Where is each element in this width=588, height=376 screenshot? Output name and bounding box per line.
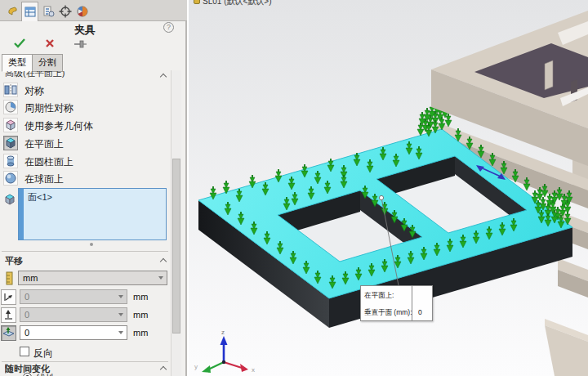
- graphics-viewport[interactable]: z x y SL01 (默认<默认>) 在平面上: 垂直于面 (mm): 0: [189, 0, 588, 376]
- divider: [2, 361, 168, 362]
- list-item-on-flat-face[interactable]: 在平面上: [3, 135, 167, 152]
- feature-tree-root[interactable]: SL01 (默认<默认>): [194, 0, 271, 7]
- translation-dir1-button[interactable]: [1, 289, 16, 305]
- panel-scrollbar[interactable]: [171, 70, 181, 376]
- list-item-on-spherical-face[interactable]: 在球面上: [3, 170, 167, 187]
- translation-dir2-input: 0: [20, 307, 127, 322]
- face-selection-icon: [3, 193, 16, 209]
- linear-radio[interactable]: [23, 373, 32, 376]
- group-header-time-variation[interactable]: 随时间变化: [5, 363, 160, 374]
- part-icon: [194, 0, 200, 4]
- chevron-down-icon: [118, 295, 123, 298]
- translation-normal-button[interactable]: [1, 325, 16, 341]
- callout-title: 在平面上:: [364, 291, 394, 301]
- panel-title: 夹具: [0, 23, 170, 38]
- chevron-down-icon: [118, 331, 123, 334]
- on-flat-face-icon: [3, 136, 18, 150]
- unit-label: mm: [133, 328, 148, 338]
- group-header-advanced[interactable]: 高级(在平面上): [5, 71, 160, 80]
- chevron-down-icon: [118, 313, 123, 316]
- chevron-down-icon: [158, 276, 163, 280]
- reverse-direction-checkbox[interactable]: [20, 347, 29, 356]
- y-axis-label: y: [194, 363, 198, 370]
- property-manager-icon[interactable]: [21, 2, 38, 21]
- property-manager-panel: 夹具 ? 类型 分割 高级(在平面上) 对称 周期性对称 使用参考几何体: [0, 0, 187, 376]
- list-item-use-reference-geometry[interactable]: 使用参考几何体: [3, 117, 167, 134]
- cyclic-symmetry-icon: [3, 100, 18, 114]
- reference-geometry-icon: [3, 118, 18, 132]
- display-sphere-icon[interactable]: [74, 2, 91, 21]
- callout-value[interactable]: 0: [418, 308, 422, 316]
- help-icon[interactable]: ?: [163, 22, 174, 33]
- translation-normal-input[interactable]: 0: [20, 325, 127, 340]
- x-axis-label: x: [252, 366, 255, 374]
- callout-field-label: 垂直于面 (mm):: [364, 308, 412, 318]
- collapse-chevron[interactable]: [161, 365, 167, 371]
- fixture-arrow: [417, 123, 424, 136]
- reverse-direction-label: 反向: [33, 347, 53, 360]
- tab-type[interactable]: 类型: [2, 54, 33, 72]
- selection-listbox[interactable]: 面<1>: [18, 188, 167, 240]
- property-manager-tab-strip: [0, 0, 187, 21]
- unit-dropdown[interactable]: mm: [18, 271, 167, 285]
- symmetry-icon: [3, 83, 18, 97]
- tab-split[interactable]: 分割: [32, 54, 63, 72]
- pin-button[interactable]: [74, 38, 88, 52]
- unit-label: mm: [133, 292, 148, 302]
- z-axis-label: z: [221, 329, 225, 336]
- list-item-on-cylindrical-face[interactable]: 在圆柱面上: [3, 153, 167, 170]
- on-cylindrical-face-icon: [3, 154, 18, 168]
- collapse-chevron[interactable]: [161, 73, 167, 78]
- list-item-cyclic-symmetry[interactable]: 周期性对称: [3, 99, 167, 116]
- list-item-symmetry[interactable]: 对称: [3, 82, 167, 99]
- crosshair-icon[interactable]: [56, 2, 74, 21]
- linear-radio-label: 线性: [36, 372, 56, 376]
- fixture-callout[interactable]: 在平面上: 垂直于面 (mm): 0: [360, 285, 433, 321]
- unit-label: mm: [133, 310, 148, 320]
- on-spherical-face-icon: [3, 171, 18, 186]
- resize-handle-dot[interactable]: [90, 243, 93, 246]
- selected-face[interactable]: 面<1>: [28, 191, 52, 204]
- collapse-chevron[interactable]: [161, 257, 167, 263]
- translation-dir1-input: 0: [20, 289, 127, 304]
- x-axis-arrow: [240, 364, 248, 372]
- y-axis-arrow: [202, 365, 211, 373]
- selection-active-bar: [19, 189, 24, 239]
- ok-button[interactable]: [13, 38, 26, 52]
- divider: [2, 251, 168, 252]
- clamp-icon[interactable]: [4, 2, 21, 21]
- config-icon[interactable]: [39, 2, 56, 21]
- orientation-triad: z x y: [194, 329, 255, 374]
- scrollbar-thumb[interactable]: [172, 159, 180, 333]
- cancel-button[interactable]: [44, 38, 56, 52]
- unit-ruler-icon: [5, 271, 15, 289]
- z-axis-arrow: [220, 336, 228, 345]
- group-header-translation[interactable]: 平移: [5, 255, 160, 266]
- translation-dir2-button[interactable]: [1, 307, 16, 323]
